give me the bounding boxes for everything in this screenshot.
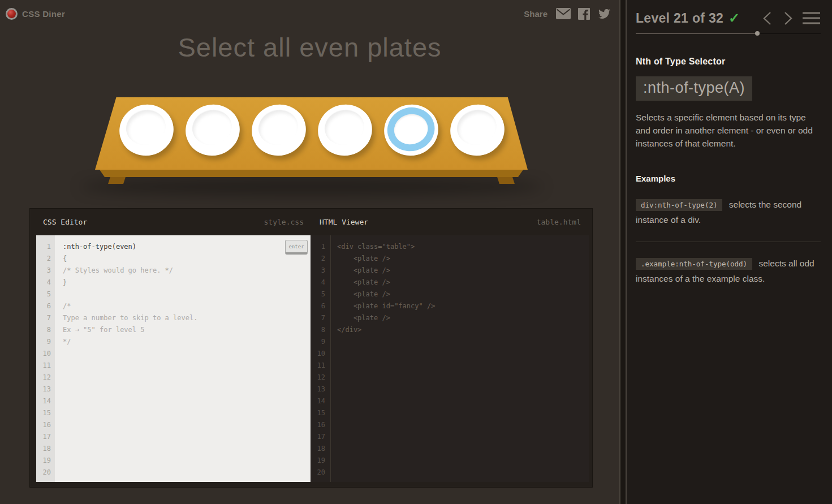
code-line: 5 <plate /> xyxy=(311,288,589,300)
line-text xyxy=(55,431,63,443)
line-text: /* xyxy=(55,300,71,312)
line-text xyxy=(330,431,337,443)
line-number: 3 xyxy=(36,265,55,277)
line-text xyxy=(330,360,337,372)
css-editor-input[interactable]: 1:nth-of-type(even)2{3/* Styles would go… xyxy=(36,235,311,482)
css-code-lines: 1:nth-of-type(even)2{3/* Styles would go… xyxy=(36,235,311,482)
line-number: 16 xyxy=(36,419,55,431)
line-number: 18 xyxy=(311,443,330,455)
lesson-title: Nth of Type Selector xyxy=(636,57,821,67)
line-number: 9 xyxy=(311,336,330,348)
code-line: 13 xyxy=(311,384,589,395)
code-line: 12 xyxy=(311,372,589,384)
line-number: 14 xyxy=(36,395,55,407)
line-text: <plate /> xyxy=(330,312,390,324)
line-text xyxy=(330,407,337,419)
example-code: div:nth-of-type(2) xyxy=(636,199,722,211)
main-area: CSS Diner Share Select all even plates xyxy=(0,0,619,504)
code-line: 2 <plate /> xyxy=(311,253,589,265)
enter-button[interactable]: enter xyxy=(285,240,308,255)
html-viewer-title: HTML Viewer xyxy=(320,218,368,226)
css-editor-title: CSS Editor xyxy=(43,218,87,226)
line-number: 3 xyxy=(311,265,330,277)
line-number: 4 xyxy=(311,277,330,288)
code-line: 8</div> xyxy=(311,324,589,336)
selector-syntax: :nth-of-type(A) xyxy=(636,76,752,101)
line-text: <plate /> xyxy=(330,265,390,277)
code-line: 7 <plate /> xyxy=(311,312,589,324)
menu-icon[interactable] xyxy=(802,11,821,25)
chevron-left-icon[interactable] xyxy=(761,11,774,26)
line-number: 13 xyxy=(311,384,330,395)
top-bar: CSS Diner Share xyxy=(0,0,619,24)
html-code-lines: 1<div class="table">2 <plate />3 <plate … xyxy=(311,235,589,482)
line-text: <plate /> xyxy=(330,288,390,300)
code-line: 10 xyxy=(311,348,589,360)
facebook-icon[interactable] xyxy=(578,8,590,20)
level-progress-bar[interactable] xyxy=(636,33,821,34)
line-text: <plate /> xyxy=(330,253,390,265)
pane-divider[interactable] xyxy=(619,0,627,504)
check-icon: ✓ xyxy=(728,10,740,26)
line-text xyxy=(55,372,63,384)
examples-heading: Examples xyxy=(636,174,821,183)
plate-logo-icon xyxy=(6,8,18,20)
example-code: .example:nth-of-type(odd) xyxy=(636,258,752,270)
level-indicator: Level 21 of 32 xyxy=(636,11,723,26)
line-text xyxy=(330,372,337,384)
line-number: 7 xyxy=(311,312,330,324)
line-text xyxy=(330,419,337,431)
code-line: 3/* Styles would go here. */ xyxy=(36,265,311,277)
code-line: 3 <plate /> xyxy=(311,265,589,277)
share-bar: Share xyxy=(524,8,611,20)
line-text xyxy=(55,419,63,431)
editor-headers: CSS Editor style.css HTML Viewer table.h… xyxy=(30,209,592,235)
line-text xyxy=(330,395,337,407)
chevron-right-icon[interactable] xyxy=(782,11,794,26)
line-number: 18 xyxy=(36,443,55,455)
code-line: 19 xyxy=(311,455,589,467)
examples-list: div:nth-of-type(2) selects the second in… xyxy=(636,197,821,286)
line-number: 12 xyxy=(311,372,330,384)
html-filename: table.html xyxy=(537,218,581,226)
line-text xyxy=(330,455,337,467)
email-icon[interactable] xyxy=(556,8,571,19)
line-text xyxy=(55,443,63,455)
line-number: 1 xyxy=(36,241,55,253)
line-text: <div class="table"> xyxy=(330,241,415,253)
line-number: 17 xyxy=(311,431,330,443)
line-text xyxy=(55,384,63,395)
line-text xyxy=(330,336,337,348)
code-line: 9 xyxy=(311,336,589,348)
table-leg-right xyxy=(497,177,515,184)
code-line: 6/* xyxy=(36,300,311,312)
line-number: 6 xyxy=(36,300,55,312)
progress-dot[interactable] xyxy=(755,31,760,36)
code-line: 13 xyxy=(36,384,311,395)
line-number: 9 xyxy=(36,336,55,348)
twitter-icon[interactable] xyxy=(597,8,611,20)
code-line: 8Ex → "5" for level 5 xyxy=(36,324,311,336)
line-text: /* Styles would go here. */ xyxy=(55,265,173,277)
line-number: 15 xyxy=(311,407,330,419)
code-line: 10 xyxy=(36,348,311,360)
line-text: <plate /> xyxy=(330,277,390,288)
progress-done xyxy=(636,33,757,34)
example-item: div:nth-of-type(2) selects the second in… xyxy=(636,197,821,227)
line-text: { xyxy=(55,253,67,265)
line-number: 2 xyxy=(36,253,55,265)
line-text xyxy=(55,467,63,479)
code-line: 5 xyxy=(36,288,311,300)
line-number: 2 xyxy=(311,253,330,265)
css-editor-header: CSS Editor style.css xyxy=(30,218,311,226)
line-number: 20 xyxy=(311,467,330,479)
code-line: 17 xyxy=(36,431,311,443)
code-line: 15 xyxy=(36,407,311,419)
line-text xyxy=(330,467,337,479)
line-number: 11 xyxy=(311,360,330,372)
example-divider xyxy=(636,242,821,242)
line-number: 20 xyxy=(36,467,55,479)
line-number: 14 xyxy=(311,395,330,407)
line-number: 16 xyxy=(311,419,330,431)
line-number: 19 xyxy=(311,455,330,467)
